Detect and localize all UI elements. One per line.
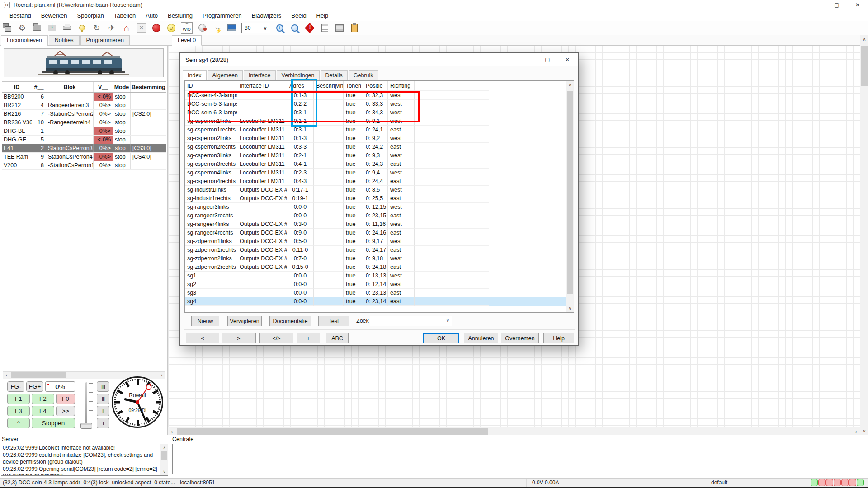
monitor-icon[interactable]: [226, 23, 237, 33]
scrollbar-thumb[interactable]: [861, 46, 868, 86]
signal-table-scrollbar[interactable]: ∧ ∨: [566, 81, 574, 312]
f4-button[interactable]: F4: [32, 406, 54, 416]
signal-row[interactable]: sg-csperron1linksLocobuffer LM3110:1-1tr…: [185, 117, 566, 126]
direction-button[interactable]: ^: [7, 418, 30, 428]
tab-notities[interactable]: Notities: [49, 35, 80, 45]
save-icon[interactable]: ↓: [47, 23, 57, 33]
signal-row[interactable]: sg-csperron2rechtsLocobuffer LM3110:3-3t…: [185, 143, 566, 151]
xml-code-button[interactable]: </>: [259, 333, 293, 343]
loco-row[interactable]: BR236 V3610-Rangeerterrein40%>stop: [2, 118, 166, 127]
signal-row[interactable]: sg-csperron2linksLocobuffer LM3110:1-3tr…: [185, 134, 566, 143]
open-folder-icon[interactable]: [32, 23, 42, 33]
loco-row[interactable]: DHG-GE5<-0%stop: [2, 136, 166, 144]
menu-item-help[interactable]: Help: [311, 11, 334, 20]
f2-button[interactable]: F2: [32, 394, 54, 404]
scrollbar-thumb[interactable]: [567, 91, 573, 294]
fg-minus-button[interactable]: FG-: [7, 381, 24, 392]
signal-row[interactable]: sg-industr1rechtsOutputs DCC-EX #10:19-1…: [185, 194, 566, 203]
emergency-stop-icon[interactable]: [151, 23, 162, 33]
signal-row[interactable]: sg-csperron3linksLocobuffer LM3110:2-1tr…: [185, 151, 566, 160]
previous-button[interactable]: <: [186, 333, 219, 343]
menu-item-tabellen[interactable]: Tabellen: [109, 11, 141, 20]
signal-row[interactable]: sg-rangeer4linksOutputs DCC-EX #10:3-0tr…: [185, 220, 566, 229]
ok-button[interactable]: OK: [423, 333, 459, 343]
f0-button[interactable]: F0: [56, 394, 75, 404]
notch-1-button[interactable]: I: [97, 418, 109, 428]
scrollbar-thumb[interactable]: [11, 372, 66, 378]
loco-row[interactable]: TEE Ram9StationCsPerron4-0%>stop[CS4:0]: [2, 153, 166, 161]
signal-row[interactable]: sg-csperron3rechtsLocobuffer LM3110:4-1t…: [185, 160, 566, 169]
notch-3-button[interactable]: III: [97, 394, 109, 404]
zoek-combobox[interactable]: ∨: [370, 316, 452, 326]
dialog-close-button[interactable]: ✕: [557, 53, 577, 66]
scroll-up-icon[interactable]: ∧: [861, 36, 868, 43]
menu-item-besturing[interactable]: Besturing: [163, 11, 198, 20]
loco-row[interactable]: BR2124Rangeerterrein30%>stop: [2, 101, 166, 110]
menu-item-programmeren[interactable]: Programmeren: [198, 11, 247, 20]
loco-row[interactable]: V2008-StationCsPerron10%>stop: [2, 161, 166, 170]
dialog-title-bar[interactable]: Sein sg4 (28/28) – ▢ ✕: [180, 53, 578, 66]
scroll-up-icon[interactable]: ∧: [161, 445, 168, 451]
dialog-tab-index[interactable]: Index: [183, 70, 207, 81]
notes-icon[interactable]: [319, 23, 330, 33]
canvas-horizontal-scrollbar[interactable]: ‹ ›: [168, 427, 860, 435]
dialog-tab-interface[interactable]: Interface: [244, 70, 276, 80]
menu-item-beeld[interactable]: Beeld: [286, 11, 311, 20]
signal-row[interactable]: sg-industr1linksOutputs DCC-EX #10:17-1t…: [185, 186, 566, 194]
signal-row[interactable]: sg-rangeer4rechtsOutputs DCC-EX #10:9-0t…: [185, 229, 566, 237]
speed-slider-thumb[interactable]: [80, 423, 92, 429]
home-icon[interactable]: ⌂: [121, 23, 132, 33]
dialog-tab-gebruik[interactable]: Gebruik: [349, 70, 378, 80]
signal-row[interactable]: DCC-sein-6-3-lamps0:3-1true0: 34,3west: [185, 108, 566, 117]
loco-row[interactable]: E412StationCsPerron30%>stop[CS3:0]: [2, 144, 166, 153]
scroll-left-icon[interactable]: ‹: [3, 372, 10, 379]
menu-item-bestand[interactable]: Bestand: [5, 11, 36, 20]
close-button[interactable]: ✕: [847, 0, 868, 10]
index-card-icon[interactable]: [334, 23, 345, 33]
signal-row[interactable]: sg10:0-0true0: 13,13west: [185, 272, 566, 280]
maximize-button[interactable]: ▢: [826, 0, 847, 10]
signal-row[interactable]: sg-csperron4linksLocobuffer LM3110:2-3tr…: [185, 169, 566, 177]
power-plug-icon[interactable]: ⌁: [212, 23, 222, 33]
zoom-fit-icon[interactable]: [289, 23, 300, 33]
dialog-minimize-button[interactable]: –: [518, 53, 538, 66]
properties-gears-icon[interactable]: ⚙: [17, 23, 28, 33]
signal-row[interactable]: sg-zdperron2rechtsOutputs DCC-EX #10:15-…: [185, 263, 566, 272]
dialog-tab-details[interactable]: Details: [321, 70, 348, 80]
dialog-tab-algemeen[interactable]: Algemeen: [208, 70, 243, 80]
annuleren-button[interactable]: Annuleren: [464, 333, 498, 343]
signal-row[interactable]: sg-csperron4rechtsLocobuffer LM3110:4-3t…: [185, 177, 566, 186]
signal-row[interactable]: sg-rangeer3rechts0:0-0true0: 23,15east: [185, 211, 566, 220]
loco-row[interactable]: BR2167-StationCsPerron20%>stop[CS2:0]: [2, 110, 166, 118]
scroll-right-icon[interactable]: ›: [158, 372, 165, 379]
verwijderen-button[interactable]: Verwijderen: [227, 316, 262, 326]
tab-programmeren[interactable]: Programmeren: [80, 35, 130, 45]
refresh-loop-icon[interactable]: ↻: [91, 23, 102, 33]
loco-row[interactable]: DHG-BL1-0%>stop: [2, 127, 166, 136]
signal-row[interactable]: sg-rangeer3links0:0-0true0: 12,15west: [185, 203, 566, 211]
next-button[interactable]: >: [222, 333, 256, 343]
loco-row[interactable]: BB92006<-0%stop: [2, 93, 166, 101]
wio-icon[interactable]: ⌒WiO: [181, 22, 193, 34]
scrollbar-thumb[interactable]: [177, 428, 488, 435]
analyzer-plane-icon[interactable]: ✈: [106, 23, 117, 33]
stop-button[interactable]: Stoppen: [32, 418, 75, 428]
test-button[interactable]: Test: [318, 316, 349, 326]
abc-button[interactable]: ABC: [326, 333, 349, 343]
f3-button[interactable]: F3: [7, 406, 30, 416]
print-icon[interactable]: [61, 23, 72, 33]
scroll-down-icon[interactable]: ∨: [861, 427, 868, 435]
tab-level-0[interactable]: Level 0: [172, 35, 202, 46]
add-button[interactable]: +: [297, 333, 320, 343]
server-log-scrollbar[interactable]: ∧ ∨: [160, 444, 168, 475]
zoom-level-select[interactable]: 80∨: [241, 23, 270, 33]
menu-item-spoorplan[interactable]: Spoorplan: [72, 11, 109, 20]
signal-row[interactable]: sg-zdperron1rechtsOutputs DCC-EX #10:11-…: [185, 246, 566, 254]
tab-locomotieven[interactable]: Locomotieven: [1, 35, 48, 46]
menu-item-bladwijzers[interactable]: Bladwijzers: [247, 11, 287, 20]
notch-4-button[interactable]: IIII: [97, 381, 109, 392]
scroll-left-icon[interactable]: ‹: [168, 428, 175, 435]
menu-item-bewerken[interactable]: Bewerken: [36, 11, 72, 20]
speed-slider-track[interactable]: [85, 382, 87, 424]
signal-row[interactable]: sg40:0-0true0: 23,14east: [185, 297, 566, 306]
